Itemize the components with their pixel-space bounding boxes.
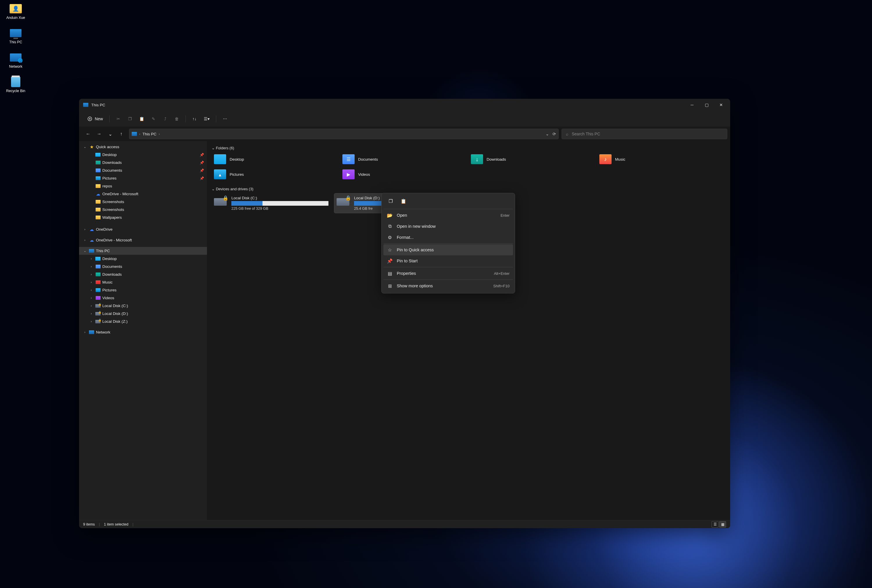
folder-icon [343,154,355,164]
folder-tile[interactable]: Documents [340,153,469,166]
context-menu-item[interactable]: ⊞Show more optionsShift+F10 [383,280,513,291]
folder-tile[interactable]: Pictures [212,168,340,181]
drive-icon: 🔒 [337,196,350,206]
sidebar-pc-item[interactable]: ›Downloads [79,270,207,278]
sidebar-qa-item[interactable]: ›Desktop📌 [79,151,207,159]
folder-icon [214,154,226,164]
drive-icon: 🔒 [214,196,228,206]
pin-icon: 📌 [200,153,204,157]
minimize-button[interactable]: ─ [685,99,699,111]
context-menu-item[interactable]: ☆Pin to Quick access [383,244,513,255]
sidebar-pc-item[interactable]: ›Pictures [79,286,207,294]
sidebar-qa-item[interactable]: ›repos [79,182,207,190]
pin-icon: 📌 [200,160,204,165]
sidebar-qa-item[interactable]: ›Pictures📌 [79,174,207,182]
sidebar-qa-item[interactable]: ›Documents📌 [79,166,207,174]
drive-tile[interactable]: 🔒Local Disk (C:)225 GB free of 329 GB [212,194,331,213]
copy-button: ❐ [125,114,135,124]
menu-item-icon: 📌 [387,258,393,264]
folder-icon [214,170,226,179]
folder-icon [599,154,612,164]
forward-button[interactable]: → [94,129,104,139]
sidebar[interactable]: ⌄★Quick access ›Desktop📌›Downloads📌›Docu… [79,141,207,520]
cut-button: ✂ [113,114,123,124]
explorer-window: This PC ─ ▢ ✕ New ✂ ❐ 📋 ✎ ⤴ 🗑 ↑↓ ☰▾ ⋯ ← … [79,99,730,528]
titlebar[interactable]: This PC ─ ▢ ✕ [79,99,730,111]
folder-tile[interactable]: Desktop [212,153,340,166]
search-input[interactable]: ⌕ Search This PC [562,129,727,139]
section-folders[interactable]: ⌄ Folders (6) [212,146,726,150]
rename-button: ✎ [148,114,159,124]
view-button[interactable]: ☰▾ [201,114,212,124]
refresh-button[interactable]: ⟳ [553,132,556,136]
cm-copy-icon[interactable]: ❐ [385,196,396,206]
context-menu-item[interactable]: ▤PropertiesAlt+Enter [383,268,513,279]
share-button: ⤴ [160,114,170,124]
more-button[interactable]: ⋯ [220,114,230,124]
sidebar-pc-item[interactable]: ›Desktop [79,255,207,262]
back-button[interactable]: ← [83,129,93,139]
menu-item-icon: 📂 [387,213,393,218]
sidebar-qa-item[interactable]: ›Downloads📌 [79,159,207,166]
menu-item-icon: ▤ [387,271,393,276]
sidebar-pc-item[interactable]: ›Local Disk (D:) [79,310,207,318]
sidebar-thispc[interactable]: ⌄This PC [79,247,207,255]
section-drives[interactable]: ⌄ Devices and drives (3) [212,187,726,191]
view-tiles-button[interactable]: ▦ [719,521,726,528]
toolbar: New ✂ ❐ 📋 ✎ ⤴ 🗑 ↑↓ ☰▾ ⋯ [79,111,730,127]
folder-icon [471,154,483,164]
menu-item-icon: ⊞ [387,283,393,289]
sidebar-qa-item[interactable]: ›Screenshots [79,198,207,206]
window-title: This PC [91,103,105,107]
thispc-icon [83,103,88,107]
sidebar-onedrive[interactable]: ›☁OneDrive [79,225,207,233]
content-area[interactable]: ⌄ Folders (6) DesktopDocumentsDownloadsM… [207,141,730,520]
context-menu-item[interactable]: ⧉Open in new window [383,221,513,232]
desktop-icons: Anduin Xue This PC Network Recycle Bin [3,3,29,93]
menu-item-icon: ☆ [387,247,393,253]
sidebar-pc-item[interactable]: ›Local Disk (C:) [79,302,207,310]
pin-icon: 📌 [200,176,204,180]
desktop-icon-recyclebin[interactable]: Recycle Bin [3,77,29,93]
sidebar-pc-item[interactable]: ›Documents [79,262,207,270]
thispc-icon [132,132,137,136]
sidebar-pc-item[interactable]: ›Music [79,278,207,286]
status-bar: 9 items | 1 item selected | ☰ ▦ [79,520,730,528]
sidebar-onedrive-ms[interactable]: ›☁OneDrive - Microsoft [79,236,207,244]
paste-button: 📋 [136,114,147,124]
context-menu-item[interactable]: ⚙Format... [383,232,513,243]
sidebar-pc-item[interactable]: ›Videos [79,294,207,302]
close-button[interactable]: ✕ [714,99,728,111]
new-button[interactable]: New [84,114,106,124]
context-menu-item[interactable]: 📂OpenEnter [383,210,513,221]
breadcrumb[interactable]: This PC [143,132,156,136]
menu-item-icon: ⚙ [387,235,393,240]
sidebar-pc-item[interactable]: ›Local Disk (Z:) [79,318,207,326]
cm-paste-icon[interactable]: 📋 [398,196,409,206]
up-button[interactable]: ↑ [116,129,126,139]
recent-button[interactable]: ⌄ [105,129,115,139]
maximize-button[interactable]: ▢ [699,99,714,111]
status-item-count: 9 items [83,522,95,526]
folder-tile[interactable]: Music [597,153,726,166]
sidebar-quick-access[interactable]: ⌄★Quick access [79,143,207,151]
sidebar-qa-item[interactable]: ›Screenshots [79,206,207,213]
sidebar-qa-item[interactable]: ›Wallpapers [79,213,207,221]
sidebar-network[interactable]: ›Network [79,328,207,336]
nav-row: ← → ⌄ ↑ › This PC › ⌄ ⟳ ⌕ Search This PC [79,127,730,141]
desktop-icon-thispc[interactable]: This PC [3,28,29,44]
sidebar-qa-item[interactable]: ›☁OneDrive - Microsoft [79,190,207,198]
sort-button[interactable]: ↑↓ [189,114,200,124]
folder-tile[interactable]: Downloads [469,153,597,166]
search-icon: ⌕ [566,132,568,136]
desktop-icon-user[interactable]: Anduin Xue [3,3,29,20]
address-dropdown-icon[interactable]: ⌄ [546,132,549,136]
pin-icon: 📌 [200,168,204,172]
context-menu: ❐ 📋 📂OpenEnter⧉Open in new window⚙Format… [381,193,515,293]
status-selected-count: 1 item selected [104,522,128,526]
view-details-button[interactable]: ☰ [711,521,719,528]
desktop-icon-network[interactable]: Network [3,52,29,69]
folder-tile[interactable]: Videos [340,168,469,181]
context-menu-item[interactable]: 📌Pin to Start [383,255,513,266]
address-bar[interactable]: › This PC › ⌄ ⟳ [129,129,559,139]
